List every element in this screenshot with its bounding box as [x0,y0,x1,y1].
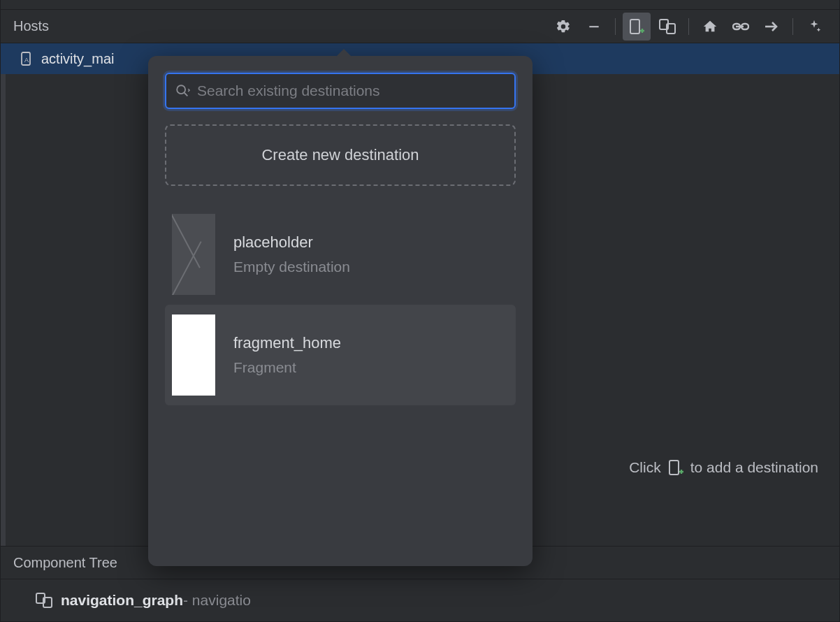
gear-icon [556,19,571,34]
destination-list: placeholder Empty destination fragment_h… [165,204,516,405]
home-button[interactable] [696,13,724,41]
ai-assist-button[interactable] [800,13,828,41]
tree-item-name[interactable]: navigation_graph [61,592,183,609]
toolbar-separator [792,18,793,35]
destination-item-fragment-home[interactable]: fragment_home Fragment [165,305,516,405]
sparkle-icon [806,19,822,34]
empty-canvas-hint: Click to add a destination [629,459,818,476]
add-destination-icon [629,18,644,35]
link-button[interactable] [727,13,755,41]
top-strip [1,0,839,10]
minimize-button[interactable] [580,13,608,41]
toolbar [549,13,834,41]
destination-title: fragment_home [233,334,341,352]
toolbar-separator [688,18,689,35]
arrow-right-icon [764,20,779,33]
nested-graph-icon [659,19,676,34]
hint-text-before: Click [629,459,661,476]
destination-item-placeholder[interactable]: placeholder Empty destination [165,204,516,305]
hint-text-after: to add a destination [690,459,818,476]
hosts-header: Hosts [1,10,839,43]
toolbar-separator [615,18,616,35]
search-icon [175,83,190,99]
destination-thumbnail [172,214,215,295]
svg-line-18 [184,93,188,96]
layout-file-icon: A [20,51,34,66]
svg-rect-1 [630,20,639,34]
search-field[interactable] [165,73,516,109]
action-button[interactable] [758,13,785,41]
component-tree: navigation_graph - navigatio [1,579,839,621]
tree-item-type: - navigatio [183,592,251,609]
destination-subtitle: Fragment [233,359,341,376]
host-label: activity_mai [41,51,114,67]
add-destination-button[interactable] [623,13,651,41]
add-destination-icon [668,459,683,476]
search-input[interactable] [197,82,506,99]
svg-rect-0 [589,26,598,27]
svg-rect-12 [669,461,679,475]
svg-point-17 [177,85,185,94]
create-new-destination-button[interactable]: Create new destination [165,124,516,186]
create-new-destination-label: Create new destination [261,146,419,164]
link-icon [732,19,749,34]
home-icon [702,19,718,34]
add-destination-popup: Create new destination placeholder Empty… [148,56,533,566]
nested-graph-button[interactable] [653,13,681,41]
destination-thumbnail [172,314,215,396]
settings-button[interactable] [549,13,577,41]
nav-graph-icon [36,593,52,608]
svg-text:A: A [24,57,29,64]
destination-title: placeholder [233,233,350,252]
destination-subtitle: Empty destination [233,259,350,275]
minus-icon [587,20,601,34]
hosts-title: Hosts [13,18,49,34]
